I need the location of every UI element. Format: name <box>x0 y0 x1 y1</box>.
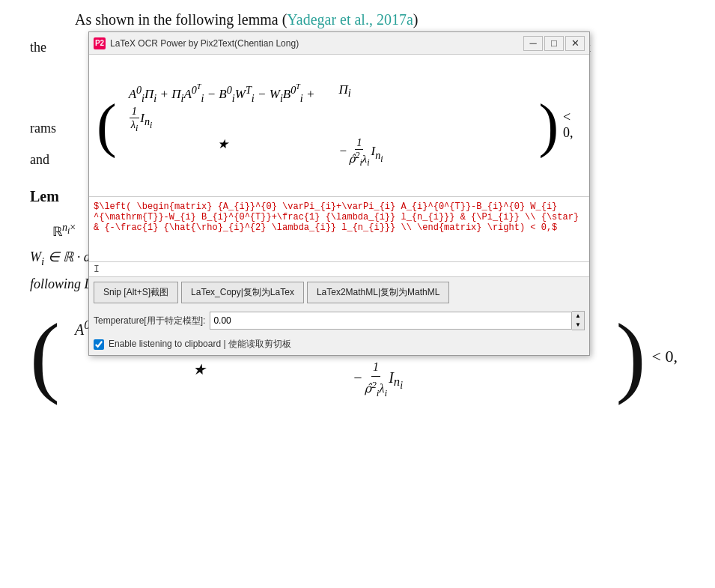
temperature-down-button[interactable]: ▼ <box>572 321 584 330</box>
checkbox-label: Enable listening to clipboard | 使能读取剪切板 <box>109 338 291 351</box>
temperature-input[interactable] <box>210 312 572 330</box>
close-button[interactable]: ✕ <box>565 36 585 51</box>
cursor-indicator: I <box>94 264 100 275</box>
window-control-buttons: ─ □ ✕ <box>523 36 585 51</box>
temperature-input-container: ▲ ▼ <box>210 311 585 330</box>
doc-line1: As shown in the following lemma (Yadegar… <box>75 7 685 31</box>
window-title: LaTeX OCR Power by Pix2Text(Chentian Lon… <box>110 38 523 49</box>
app-icon: P2 <box>94 37 106 49</box>
minimize-button[interactable]: ─ <box>523 36 543 51</box>
snip-button[interactable]: Snip [Alt+S]截图 <box>94 282 178 303</box>
latex-output-container: $\left( \begin{matrix} {A_{i}}^{0} \varP… <box>89 197 589 262</box>
checkbox-row: Enable listening to clipboard | 使能读取剪切板 <box>89 333 589 355</box>
latex-copy-button[interactable]: LaTex_Copy|复制为LaTex <box>181 282 304 303</box>
doc-line1-text: As shown in the following lemma ( <box>75 11 287 28</box>
ocr-window: P2 LaTeX OCR Power by Pix2Text(Chentian … <box>88 31 590 356</box>
temperature-spinner: ▲ ▼ <box>572 311 585 330</box>
latex2mathml-button[interactable]: LaTex2MathML|复制为MathML <box>307 282 450 303</box>
formula-display-area: ( A0iΠi + ΠiA0Ti − B0iWTi − WiB0Ti + 1λi… <box>89 55 589 197</box>
clipboard-checkbox[interactable] <box>94 339 104 350</box>
doc-citation: Yadegar et al., 2017a <box>287 11 413 28</box>
rendered-formula: ( A0iΠi + ΠiA0Ti − B0iWTi − WiB0Ti + 1λi… <box>97 76 582 175</box>
latex-output-textarea[interactable]: $\left( \begin{matrix} {A_{i}}^{0} \varP… <box>94 201 585 254</box>
window-titlebar: P2 LaTeX OCR Power by Pix2Text(Chentian … <box>89 32 589 55</box>
temperature-label: Temperature[用于特定模型]: <box>94 315 205 327</box>
restore-button[interactable]: □ <box>544 36 564 51</box>
temperature-row: Temperature[用于特定模型]: ▲ ▼ <box>89 308 589 333</box>
action-buttons-row: Snip [Alt+S]截图 LaTex_Copy|复制为LaTex LaTex… <box>89 277 589 308</box>
temperature-up-button[interactable]: ▲ <box>572 312 584 321</box>
cursor-line: I <box>89 262 589 277</box>
